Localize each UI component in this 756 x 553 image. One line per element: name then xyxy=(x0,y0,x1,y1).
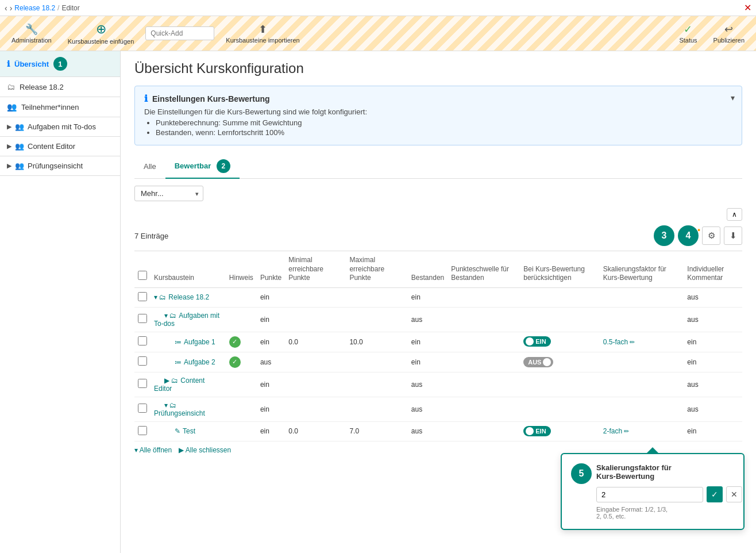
scale-value[interactable]: 0.5-fach xyxy=(603,338,628,346)
cell-kommentar: ein xyxy=(684,352,742,372)
cell-punktschwelle xyxy=(448,421,520,441)
cell-bei-bewertung[interactable] xyxy=(520,397,600,421)
cell-bei-bewertung[interactable] xyxy=(520,287,600,307)
scale-value[interactable]: 2-fach xyxy=(603,427,622,435)
collapse-button[interactable]: ∧ xyxy=(727,208,742,221)
course-element-link[interactable]: Content Editor xyxy=(154,377,205,393)
cell-skalierung xyxy=(600,397,684,421)
edit-icon[interactable]: ✏ xyxy=(624,428,629,435)
back-arrow[interactable]: ‹ xyxy=(5,3,7,13)
row-checkbox[interactable] xyxy=(138,356,147,366)
table-row: ▶ 🗂Content Editoreinausaus xyxy=(134,372,742,397)
wrench-icon: 🔧 xyxy=(25,23,38,36)
info-box-item1: Punkteberechnung: Summe mit Gewichtung xyxy=(156,118,732,127)
toggle-off[interactable]: AUS xyxy=(523,357,553,367)
scale-factor-input[interactable] xyxy=(596,487,703,502)
select-all-checkbox[interactable] xyxy=(138,271,147,280)
toggle-on[interactable]: EIN xyxy=(523,336,550,347)
exam-expand-icon: ▶ xyxy=(7,162,11,170)
cell-max-punkte xyxy=(346,307,407,332)
sidebar-item-participants[interactable]: 👥 Teilnehmer*innen xyxy=(0,97,120,117)
edit-icon[interactable]: ✏ xyxy=(630,339,635,345)
status-button[interactable]: ✓ Status xyxy=(674,21,701,46)
forward-arrow[interactable]: › xyxy=(10,3,13,13)
cell-punkte: ein xyxy=(257,307,285,332)
hint-badge: ✓ xyxy=(229,336,241,348)
close-all-link[interactable]: ▶ Alle schliessen xyxy=(179,446,231,454)
download-icon-btn[interactable]: ⬇ xyxy=(724,226,742,245)
course-element-link[interactable]: Aufgabe 2 xyxy=(184,358,215,366)
import-course-elements-button[interactable]: ⬆ Kursbausteine importieren xyxy=(221,21,304,46)
course-element-link[interactable]: Aufgabe 1 xyxy=(184,338,215,346)
breadcrumb-sep1: / xyxy=(57,4,59,12)
check-icon: ✓ xyxy=(684,23,692,36)
cell-skalierung: 0.5-fach✏ xyxy=(600,332,684,352)
add-course-elements-button[interactable]: ⊕ Kursbausteine einfügen xyxy=(63,20,139,47)
cell-max-punkte: 10.0 xyxy=(346,332,407,352)
tab-all[interactable]: Alle xyxy=(134,158,165,176)
course-element-link[interactable]: Test xyxy=(183,427,195,435)
row-checkbox[interactable] xyxy=(138,379,147,388)
count-actions: 3 4 ⚙ ⬇ xyxy=(654,225,742,246)
cell-bei-bewertung[interactable]: EIN xyxy=(520,421,600,441)
entry-count: 7 Einträge xyxy=(134,232,168,240)
cell-kommentar: ein xyxy=(684,421,742,441)
cell-bei-bewertung[interactable]: EIN xyxy=(520,332,600,352)
administration-button[interactable]: 🔧 Administration xyxy=(7,21,56,46)
sidebar-section-exam: ▶ 👥 Prüfungseinsicht xyxy=(0,156,120,176)
cell-kursbaustein: ≔Aufgabe 2 xyxy=(151,352,226,372)
cell-max-punkte xyxy=(346,287,407,307)
sidebar-item-overview[interactable]: ℹ Übersicht 1 xyxy=(0,51,120,77)
cell-bei-bewertung[interactable] xyxy=(520,307,600,332)
popup-confirm-button[interactable]: ✓ xyxy=(707,486,723,502)
cell-bestanden: aus xyxy=(408,397,448,421)
course-element-link[interactable]: Release 18.2 xyxy=(168,293,209,301)
close-icon[interactable]: ✕ xyxy=(744,2,751,13)
publish-button[interactable]: ↩ Publizieren xyxy=(709,21,749,46)
col-skalierung: Skalierungsfaktor für Kurs-Bewertung xyxy=(600,251,684,288)
sidebar-item-content-editor[interactable]: ▶ 👥 Content Editor xyxy=(0,137,120,156)
cell-bei-bewertung[interactable] xyxy=(520,372,600,397)
cell-min-punkte: 0.0 xyxy=(285,332,346,352)
add-course-elements-label: Kursbausteine einfügen xyxy=(68,38,134,45)
sidebar: ℹ Übersicht 1 🗂 Release 18.2 👥 Teilnehme… xyxy=(0,51,121,553)
table-row: ▾ 🗂Aufgaben mit To-doseinausaus xyxy=(134,307,742,332)
exam-label: Prüfungseinsicht xyxy=(28,162,83,170)
course-element-link[interactable]: Prüfungseinsicht xyxy=(154,409,205,417)
row-checkbox[interactable] xyxy=(138,404,147,413)
open-all-link[interactable]: ▾ Alle öffnen xyxy=(134,446,172,454)
sidebar-item-exam[interactable]: ▶ 👥 Prüfungseinsicht xyxy=(0,156,120,175)
import-icon: ⬆ xyxy=(259,23,267,36)
cell-skalierung xyxy=(600,372,684,397)
import-label: Kursbausteine importieren xyxy=(226,37,299,44)
row-checkbox[interactable] xyxy=(138,336,147,345)
cell-hinweis xyxy=(226,307,257,332)
overview-badge: 1 xyxy=(53,57,67,71)
settings-icon-btn[interactable]: ⚙ xyxy=(702,226,720,245)
breadcrumb-release[interactable]: Release 18.2 xyxy=(14,4,55,12)
filter-select[interactable]: Mehr... xyxy=(134,186,203,201)
info-box-chevron[interactable]: ▾ xyxy=(731,93,735,102)
hint-badge: ✓ xyxy=(229,356,241,368)
col-kursbaustein: Kursbaustein xyxy=(151,251,226,288)
cell-skalierung xyxy=(600,307,684,332)
toggle-on[interactable]: EIN xyxy=(523,426,550,436)
tab-ratable-badge: 2 xyxy=(217,159,230,173)
cell-punkte: aus xyxy=(257,352,285,372)
cell-punkte: ein xyxy=(257,421,285,441)
row-checkbox[interactable] xyxy=(138,426,147,435)
col-bei-bewertung: Bei Kurs-Bewertung berücksichtigen xyxy=(520,251,600,288)
sidebar-item-course[interactable]: 🗂 Release 18.2 xyxy=(0,77,120,97)
course-icon: 🗂 xyxy=(7,82,15,91)
row-checkbox[interactable] xyxy=(138,292,147,301)
row-checkbox[interactable] xyxy=(138,314,147,323)
tab-ratable[interactable]: Bewertbar 2 xyxy=(165,155,240,179)
popup-cancel-button[interactable]: ✕ xyxy=(726,486,742,502)
content-editor-label: Content Editor xyxy=(28,142,75,151)
cell-bestanden: ein xyxy=(408,287,448,307)
cell-bei-bewertung[interactable]: AUS xyxy=(520,352,600,372)
badge-4: 4 xyxy=(678,225,699,246)
quick-add-input[interactable] xyxy=(145,26,214,40)
sidebar-item-tasks[interactable]: ▶ 👥 Aufgaben mit To-dos xyxy=(0,117,120,136)
col-punktschwelle: Punkteschwelle für Bestanden xyxy=(448,251,520,288)
